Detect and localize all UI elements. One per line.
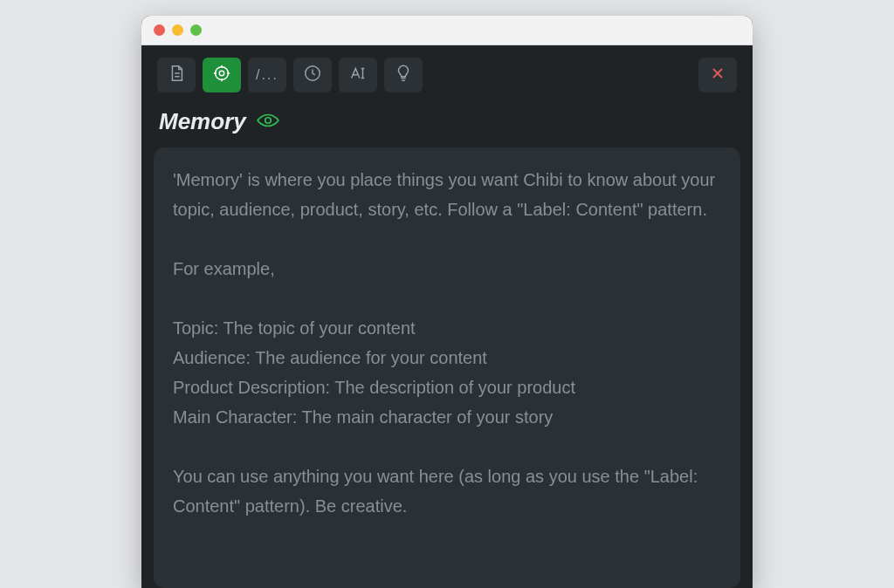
slash-dots-icon: /...: [256, 67, 279, 83]
section-header: Memory: [141, 101, 753, 147]
eye-icon: [257, 112, 279, 133]
lightbulb-icon: [394, 64, 413, 86]
close-panel-button[interactable]: [698, 58, 737, 92]
traffic-light-zoom[interactable]: [190, 24, 202, 36]
text-icon: [348, 64, 368, 86]
clock-icon: [303, 64, 322, 86]
typography-tab[interactable]: [339, 58, 377, 92]
document-tab[interactable]: [157, 58, 196, 92]
visibility-toggle[interactable]: [257, 112, 279, 133]
svg-point-1: [219, 71, 224, 76]
target-icon: [212, 64, 231, 86]
history-tab[interactable]: [293, 58, 332, 92]
traffic-light-close[interactable]: [154, 24, 165, 36]
path-tab[interactable]: /...: [248, 58, 286, 92]
memory-text[interactable]: 'Memory' is where you place things you w…: [173, 165, 721, 521]
memory-content-card[interactable]: 'Memory' is where you place things you w…: [154, 147, 740, 588]
toolbar: /...: [141, 45, 753, 101]
traffic-light-minimize[interactable]: [172, 24, 183, 36]
document-icon: [167, 64, 186, 86]
lightbulb-tab[interactable]: [384, 58, 423, 92]
svg-point-0: [216, 67, 229, 80]
app-window: /... Memory: [141, 16, 753, 588]
svg-point-3: [265, 117, 271, 123]
memory-tab[interactable]: [203, 58, 241, 92]
window-titlebar: [141, 16, 753, 45]
section-title: Memory: [159, 108, 246, 135]
close-icon: [709, 65, 726, 85]
